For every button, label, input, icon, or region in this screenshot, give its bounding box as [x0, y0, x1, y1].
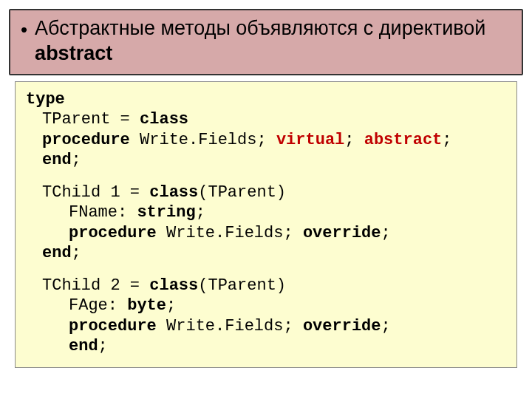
code-block-1: type TParent = class procedure Write.Fie… — [26, 89, 506, 171]
code-line: FAge: byte; — [26, 296, 506, 316]
code-text: ; — [381, 317, 391, 335]
code-block-3: TChild 2 = class(TParent) FAge: byte; pr… — [26, 276, 506, 357]
kw-end: end — [42, 151, 72, 169]
code-line: procedure Write.Fields; override; — [26, 316, 506, 337]
code-text: (TParent) — [198, 276, 286, 295]
code-line: TParent = class — [26, 109, 506, 130]
heading-plain: Абстрактные методы объявляются с директи… — [35, 17, 485, 39]
code-text: ; — [344, 131, 364, 149]
code-text: ; — [196, 203, 205, 222]
code-text: TParent = — [42, 110, 140, 129]
code-line: TChild 2 = class(TParent) — [26, 276, 506, 296]
code-text: ; — [72, 151, 81, 169]
code-line: end; — [26, 336, 506, 357]
kw-procedure: procedure — [69, 224, 157, 242]
kw-class: class — [140, 110, 188, 129]
kw-string: string — [137, 203, 195, 222]
code-text: ; — [442, 131, 451, 149]
code-text: ; — [98, 337, 108, 355]
code-text: TChild 2 = — [42, 276, 149, 295]
heading-row: • Абстрактные методы объявляются с дирек… — [21, 16, 511, 66]
code-line: TChild 1 = class(TParent) — [26, 183, 506, 203]
kw-override: override — [303, 224, 381, 242]
code-text: FName: — [69, 203, 137, 222]
code-text: ; — [381, 224, 391, 242]
kw-override: override — [303, 317, 381, 335]
kw-class: class — [149, 183, 198, 202]
kw-virtual: virtual — [276, 131, 344, 149]
heading-box: • Абстрактные методы объявляются с дирек… — [9, 9, 523, 75]
code-text: (TParent) — [198, 183, 286, 202]
heading-bold: abstract — [35, 42, 112, 64]
code-block-2: TChild 1 = class(TParent) FName: string;… — [26, 183, 506, 264]
code-text: ; — [166, 296, 176, 315]
kw-byte: byte — [127, 296, 166, 315]
kw-end: end — [69, 337, 98, 355]
kw-abstract: abstract — [364, 131, 443, 149]
code-line: procedure Write.Fields; virtual; abstrac… — [26, 130, 506, 151]
code-text: FAge: — [69, 296, 127, 315]
code-text: Write.Fields; — [157, 317, 303, 335]
heading-text: Абстрактные методы объявляются с директи… — [35, 16, 511, 66]
kw-procedure: procedure — [69, 317, 157, 335]
code-text: Write.Fields; — [157, 224, 303, 242]
code-text: ; — [72, 244, 81, 262]
code-box: type TParent = class procedure Write.Fie… — [15, 81, 517, 368]
kw-procedure: procedure — [42, 131, 130, 149]
code-line: FName: string; — [26, 202, 506, 223]
code-line: type — [26, 89, 506, 110]
code-text: TChild 1 = — [42, 183, 149, 202]
kw-end: end — [42, 244, 72, 262]
bullet-icon: • — [21, 19, 27, 41]
code-line: end; — [26, 150, 506, 171]
code-line: procedure Write.Fields; override; — [26, 223, 506, 244]
code-text: Write.Fields; — [130, 131, 276, 149]
kw-class: class — [149, 276, 198, 295]
kw-type: type — [26, 90, 65, 109]
code-line: end; — [26, 243, 506, 264]
